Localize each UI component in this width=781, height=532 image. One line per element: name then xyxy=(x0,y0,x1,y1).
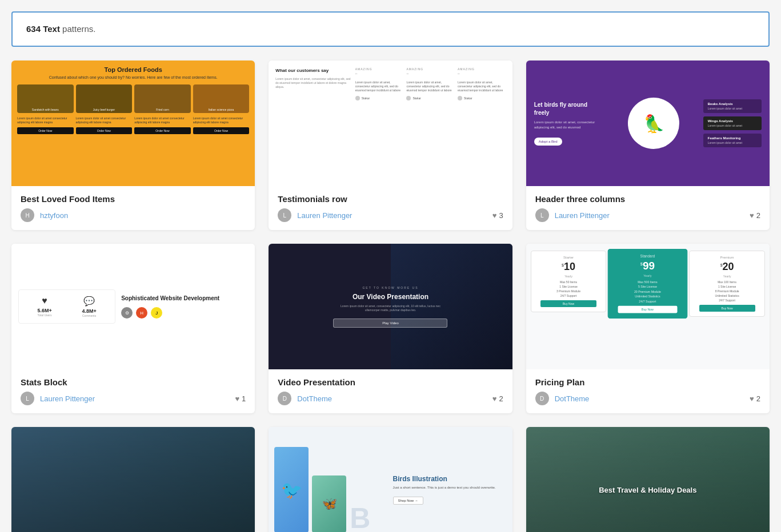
card-preview-header3col: Let birds fly around freely Lorem ipsum … xyxy=(526,61,770,186)
card-travel[interactable]: Best Travel & Holiday Deals Best Travel … xyxy=(526,427,770,532)
heart-icon-5: ♥ xyxy=(750,394,754,403)
testi-left-desc: Lorem ipsum dolor sit amet, consectetur … xyxy=(275,77,350,89)
card-header3col[interactable]: Let birds fly around freely Lorem ipsum … xyxy=(526,61,770,230)
testi-col-2: AMAZING " Lorem ipsum dolor sit amet, co… xyxy=(406,67,454,179)
likes-count-testimonials: 3 xyxy=(499,211,503,220)
author-avatar-header3col: L xyxy=(535,208,549,222)
card-body-stats: Stats Block L Lauren Pittenger ♥ 1 xyxy=(11,369,255,413)
card-trips[interactable]: Make Your Dream Trips with us! Make Your… xyxy=(11,427,255,532)
heart-icon: ♥ xyxy=(492,211,497,220)
card-video[interactable]: GET TO KNOW MORE US Our Video Presentati… xyxy=(269,244,512,413)
card-title-video: Video Presentation xyxy=(278,377,503,387)
stat-item-heart: ♥ 5.6M+ Total Users xyxy=(25,296,65,317)
card-meta-pricing: D DotTheme ♥ 2 xyxy=(535,392,760,405)
pricing-col-standard: Standard $99 Yearly Max 500 Items 5 Site… xyxy=(608,249,687,319)
food-desc-row: Lorem ipsum dolor sit amet consectetur a… xyxy=(17,116,249,124)
birds-shop-btn[interactable]: Shop Now → xyxy=(393,497,423,505)
birds-letter-B: B xyxy=(350,504,370,532)
stats-numbers: ♥ 5.6M+ Total Users 💬 4.8M+ Comments xyxy=(18,289,115,324)
card-meta-video: D DotTheme ♥ 2 xyxy=(278,392,503,405)
card-body-testimonials: Testimonials row L Lauren Pittenger ♥ 3 xyxy=(269,186,512,230)
pricing-col-starter: Starter $10 Yearly Max 50 Items 1 Site L… xyxy=(531,251,607,312)
author-avatar-testimonials: L xyxy=(278,208,291,222)
testi-col-1: AMAZING " Lorem ipsum dolor sit amet, co… xyxy=(355,67,403,179)
card-stats[interactable]: ♥ 5.6M+ Total Users 💬 4.8M+ Comments Sop… xyxy=(11,244,255,413)
author-name-video[interactable]: DotTheme xyxy=(297,394,332,403)
food-img-3: Fried corn xyxy=(134,84,191,113)
birds-right: Birds Illustration Just a short sentence… xyxy=(393,475,507,505)
card-body-pricing: Pricing Plan D DotTheme ♥ 2 xyxy=(526,369,770,413)
pricing-col-premium: Premium $20 Yearly Max 100 Items 1 Site … xyxy=(689,251,765,317)
video-play-btn[interactable]: Play Video xyxy=(333,319,447,328)
birds-left: 🐦 🦋 B xyxy=(274,447,388,532)
heart-stat-icon: ♥ xyxy=(25,296,65,306)
card-food[interactable]: Top Ordered Foods Confused about which o… xyxy=(11,61,255,230)
tech-icon-2: H xyxy=(136,307,147,319)
text-word: Text xyxy=(43,24,60,34)
card-preview-travel: Best Travel & Holiday Deals xyxy=(526,427,770,532)
heart-icon-3: ♥ xyxy=(235,394,239,403)
card-title-stats: Stats Block xyxy=(21,377,246,387)
h3c-left: Let birds fly around freely Lorem ipsum … xyxy=(534,101,604,146)
author-avatar-stats: L xyxy=(21,392,34,405)
testi-main-text: What our customers say xyxy=(275,67,350,74)
card-preview-trips: Make Your Dream Trips with us! xyxy=(11,427,255,532)
count-number: 634 xyxy=(26,24,41,34)
bird-circle: 🦜 xyxy=(628,98,679,149)
author-name-stats[interactable]: Lauren Pittenger xyxy=(40,394,95,403)
pattern-count-text: 634 Text patterns. xyxy=(26,24,95,34)
author-name-testimonials[interactable]: Lauren Pittenger xyxy=(297,211,352,220)
chat-stat-icon: 💬 xyxy=(69,296,109,307)
likes-count-pricing: 2 xyxy=(756,394,760,403)
author-name-food[interactable]: hztyfoon xyxy=(40,211,68,220)
card-meta-stats: L Lauren Pittenger ♥ 1 xyxy=(21,392,246,405)
card-body-header3col: Header three columns L Lauren Pittenger … xyxy=(526,186,770,230)
card-title-food: Best Loved Food Items xyxy=(21,194,246,204)
h3c-desc: Lorem ipsum dolor sit amet, consectetur … xyxy=(534,120,604,130)
likes-count-stats: 1 xyxy=(242,394,246,403)
stats-title: Sophisticated Website Development xyxy=(121,295,248,303)
video-main-title: Our Video Presentation xyxy=(333,293,447,301)
food-preview-sub: Confused about which one you should try?… xyxy=(17,75,249,80)
card-pricing[interactable]: Starter $10 Yearly Max 50 Items 1 Site L… xyxy=(526,244,770,413)
pricing-buy-standard[interactable]: Buy Now xyxy=(618,306,677,313)
testi-right: AMAZING " Lorem ipsum dolor sit amet, co… xyxy=(355,67,506,179)
food-img-2: Juicy beef burger xyxy=(76,84,133,113)
page-wrapper: 634 Text patterns. Top Ordered Foods Con… xyxy=(0,0,781,532)
likes-stats: ♥ 1 xyxy=(235,394,246,403)
tech-icon-1: ⚙ xyxy=(121,307,133,319)
food-btn-row: Order Now Order Now Order Now Order Now xyxy=(17,127,249,134)
card-preview-video: GET TO KNOW MORE US Our Video Presentati… xyxy=(269,244,512,369)
card-body-food: Best Loved Food Items H hztyfoon xyxy=(11,186,255,230)
bird-img-tall: 🐦 xyxy=(274,447,309,532)
birds-brand: Birds Illustration xyxy=(393,475,507,483)
birds-desc: Just a short sentence. This is just a de… xyxy=(393,485,507,490)
likes-count-header3col: 2 xyxy=(756,211,760,220)
author-name-pricing[interactable]: DotTheme xyxy=(555,394,590,403)
video-content: GET TO KNOW MORE US Our Video Presentati… xyxy=(327,280,453,333)
food-img-4: Italian science pizza xyxy=(193,84,250,113)
card-preview-testimonials: What our customers say Lorem ipsum dolor… xyxy=(269,61,512,186)
likes-pricing: ♥ 2 xyxy=(750,394,760,403)
h3c-card-1: Beaks Analysis Lorem ipsum dolor sit ame… xyxy=(703,99,762,113)
likes-header3col: ♥ 2 xyxy=(750,211,760,220)
h3c-card-2: Wings Analysis Lorem ipsum dolor sit ame… xyxy=(703,116,762,130)
author-name-header3col[interactable]: Lauren Pittenger xyxy=(555,211,610,220)
h3c-title: Let birds fly around freely xyxy=(534,101,604,117)
card-meta-food: H hztyfoon xyxy=(21,208,246,222)
card-birds[interactable]: 🐦 🦋 B Birds Illustration Just a short se… xyxy=(269,427,512,532)
testi-left: What our customers say Lorem ipsum dolor… xyxy=(275,67,350,179)
card-meta-header3col: L Lauren Pittenger ♥ 2 xyxy=(535,208,760,222)
card-testimonials[interactable]: What our customers say Lorem ipsum dolor… xyxy=(269,61,512,230)
card-title-testimonials: Testimonials row xyxy=(278,194,503,204)
pricing-buy-premium[interactable]: Buy Now xyxy=(699,305,755,312)
pricing-buy-starter[interactable]: Buy Now xyxy=(540,300,596,307)
heart-icon-2: ♥ xyxy=(750,211,754,220)
author-avatar-video: D xyxy=(278,392,291,405)
likes-video: ♥ 2 xyxy=(492,394,503,403)
testi-col-3: AMAZING " Lorem ipsum dolor sit amet, co… xyxy=(458,67,506,179)
stat-item-chat: 💬 4.8M+ Comments xyxy=(69,296,109,317)
food-img-1: Sandwich with beans xyxy=(17,84,74,113)
card-preview-food: Top Ordered Foods Confused about which o… xyxy=(11,61,255,186)
h3c-btn[interactable]: Adopt a Bird xyxy=(534,138,562,146)
